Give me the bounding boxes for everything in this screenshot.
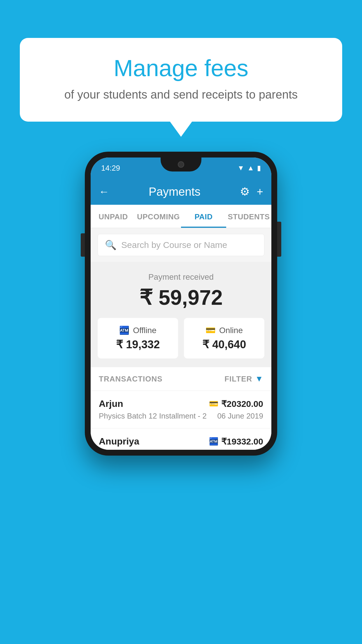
transaction-row[interactable]: Arjun 💳 ₹20320.00 Physics Batch 12 Insta… — [91, 391, 271, 428]
transaction-amount: ₹20320.00 — [221, 399, 263, 409]
filter-wrapper[interactable]: FILTER ▼ — [224, 374, 263, 384]
bubble-subtitle: of your students and send receipts to pa… — [34, 88, 328, 101]
transactions-label: TRANSACTIONS — [99, 374, 163, 384]
transaction-name: Arjun — [99, 398, 123, 409]
online-icon: 💳 — [205, 326, 216, 335]
offline-icon: 🏧 — [119, 326, 129, 335]
transaction-date: 06 June 2019 — [217, 412, 263, 421]
phone-inner: 14:29 ▼ ▲ ▮ ← Payments ⚙ + — [91, 158, 271, 450]
settings-icon[interactable]: ⚙ — [240, 185, 250, 198]
search-bar: 🔍 Search by Course or Name — [91, 228, 271, 262]
offline-label: Offline — [133, 326, 156, 335]
payment-cards: 🏧 Offline ₹ 19,332 💳 Online ₹ 40,640 — [98, 318, 264, 358]
wifi-icon: ▼ — [237, 164, 244, 172]
payment-type-icon: 💳 — [209, 399, 218, 408]
transaction-desc: Physics Batch 12 Installment - 2 — [99, 412, 207, 421]
phone-mockup: 14:29 ▼ ▲ ▮ ← Payments ⚙ + — [85, 152, 277, 456]
transaction-amount-wrapper-2: 🏧 ₹19332.00 — [209, 436, 263, 447]
online-card: 💳 Online ₹ 40,640 — [184, 318, 264, 358]
tabs-bar: UNPAID UPCOMING PAID STUDENTS — [91, 205, 271, 228]
status-time: 14:29 — [101, 164, 120, 173]
search-icon: 🔍 — [105, 239, 117, 251]
online-label: Online — [219, 326, 243, 335]
tab-unpaid[interactable]: UNPAID — [91, 205, 136, 228]
camera — [178, 161, 184, 168]
header-icons: ⚙ + — [240, 185, 263, 198]
payment-received-label: Payment received — [98, 272, 264, 282]
add-icon[interactable]: + — [257, 186, 263, 198]
phone-outer: 14:29 ▼ ▲ ▮ ← Payments ⚙ + — [85, 152, 277, 456]
speech-bubble-container: Manage fees of your students and send re… — [20, 38, 342, 122]
bubble-title: Manage fees — [34, 55, 328, 81]
page-title: Payments — [115, 185, 234, 198]
filter-icon: ▼ — [255, 374, 263, 384]
transaction-row-partial[interactable]: Anupriya 🏧 ₹19332.00 — [91, 428, 271, 450]
notch — [161, 158, 201, 172]
back-button[interactable]: ← — [99, 186, 109, 198]
transaction-amount-2: ₹19332.00 — [221, 436, 263, 447]
status-icons: ▼ ▲ ▮ — [237, 164, 261, 172]
transactions-header: TRANSACTIONS FILTER ▼ — [91, 367, 271, 391]
filter-label: FILTER — [224, 374, 252, 384]
signal-icon: ▲ — [247, 164, 254, 172]
battery-icon: ▮ — [257, 164, 261, 172]
search-input-wrapper[interactable]: 🔍 Search by Course or Name — [98, 234, 264, 256]
payment-total-amount: ₹ 59,972 — [98, 285, 264, 310]
speech-bubble: Manage fees of your students and send re… — [20, 38, 342, 122]
tab-upcoming[interactable]: UPCOMING — [136, 205, 181, 228]
offline-amount: ₹ 19,332 — [103, 338, 172, 351]
search-placeholder-text: Search by Course or Name — [121, 240, 227, 250]
transaction-name-2: Anupriya — [99, 436, 139, 447]
online-amount: ₹ 40,640 — [190, 338, 259, 351]
payment-received-section: Payment received ₹ 59,972 🏧 Offline ₹ 19… — [91, 262, 271, 367]
offline-card: 🏧 Offline ₹ 19,332 — [98, 318, 178, 358]
tab-students[interactable]: STUDENTS — [226, 205, 271, 228]
status-bar: 14:29 ▼ ▲ ▮ — [91, 158, 271, 178]
transaction-amount-wrapper: 💳 ₹20320.00 — [209, 399, 263, 409]
app-header: ← Payments ⚙ + — [91, 178, 271, 205]
tab-paid[interactable]: PAID — [181, 205, 226, 228]
payment-type-icon-2: 🏧 — [209, 437, 218, 446]
